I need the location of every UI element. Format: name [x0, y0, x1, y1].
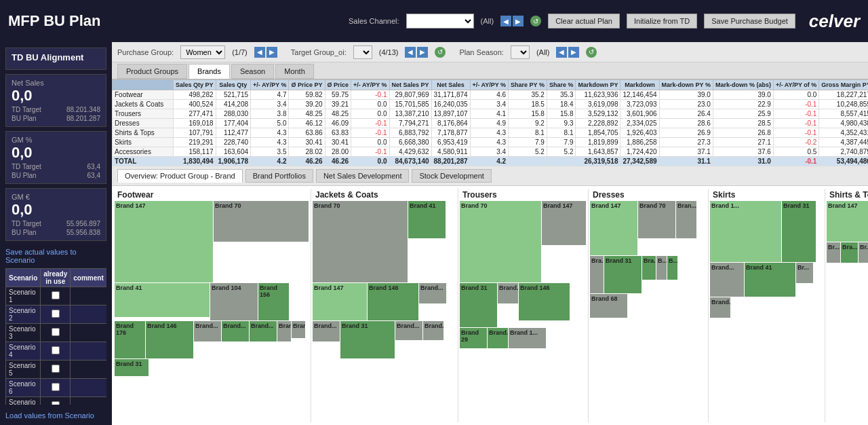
brand-block[interactable]: Brand 1...: [509, 328, 546, 348]
net-sales[interactable]: 88,201,287: [431, 157, 470, 166]
net-sales[interactable]: 16,240,035: [431, 100, 470, 109]
scenario-checkbox[interactable]: [52, 401, 60, 405]
gm-py[interactable]: 4,352,431: [819, 128, 868, 138]
brand-block[interactable]: Brand 147: [313, 283, 367, 320]
ay-py[interactable]: 4.2: [251, 157, 289, 166]
scenario-checkbox[interactable]: [52, 346, 60, 354]
brand-block[interactable]: B...: [656, 256, 667, 280]
brand-block[interactable]: Brand...: [419, 283, 446, 303]
net-ay-py[interactable]: 3.4: [470, 100, 508, 109]
brand-block[interactable]: Br...: [796, 263, 813, 283]
markdown-py[interactable]: 1,643,857: [576, 147, 620, 157]
net-ay-py[interactable]: 4.9: [470, 119, 508, 128]
share-py[interactable]: 18.5: [509, 100, 547, 109]
brand-block[interactable]: Brand 31: [460, 283, 497, 327]
net-ay-py[interactable]: 4.6: [470, 90, 508, 100]
purchase-group-prev[interactable]: ◀: [254, 47, 265, 58]
brand-block[interactable]: Brand 70: [313, 201, 408, 282]
brand-block[interactable]: Brand 70: [214, 201, 309, 242]
mkdown-ay-py[interactable]: 0.0: [773, 90, 818, 100]
mkdown-ay-py[interactable]: 0.5: [773, 147, 818, 157]
net-sales[interactable]: 6,953,419: [431, 138, 470, 147]
price[interactable]: 30.41: [325, 138, 351, 147]
tab-month[interactable]: Month: [275, 64, 314, 79]
load-actual-label[interactable]: Load values from Scenario: [5, 411, 94, 420]
sales-channel-next[interactable]: ▶: [513, 16, 524, 26]
markdown[interactable]: 2,334,025: [620, 119, 659, 128]
net-sales-py[interactable]: 29,807,969: [389, 90, 431, 100]
net-ay-py[interactable]: 3.4: [470, 147, 508, 157]
markdown[interactable]: 1,886,258: [620, 138, 659, 147]
net-sales[interactable]: 31,171,874: [431, 90, 470, 100]
price-py[interactable]: 30.41: [289, 138, 325, 147]
brand-block[interactable]: Brand...: [250, 321, 277, 341]
mkdown-py-pct[interactable]: 23.0: [659, 100, 713, 109]
price-ay-py[interactable]: -0.1: [351, 119, 389, 128]
save-actual-link[interactable]: Save actual values to Scenario: [5, 248, 106, 264]
brand-block[interactable]: Bra...: [590, 256, 604, 293]
brand-block[interactable]: Brand...: [222, 321, 249, 341]
share-py[interactable]: 35.2: [509, 90, 547, 100]
sales-qty-py[interactable]: 498,282: [174, 90, 216, 100]
scenario-checkbox[interactable]: [52, 328, 60, 336]
ay-py[interactable]: 4.7: [251, 90, 289, 100]
mkdown-abs[interactable]: 25.9: [713, 109, 773, 119]
tab-product-groups[interactable]: Product Groups: [117, 64, 187, 79]
price[interactable]: 59.75: [325, 90, 351, 100]
ay-py[interactable]: 3.8: [251, 109, 289, 119]
scenario-in-use[interactable]: [41, 397, 71, 405]
ay-py[interactable]: 4.3: [251, 128, 289, 138]
markdown[interactable]: 3,601,906: [620, 109, 659, 119]
brand-block[interactable]: B...: [667, 256, 677, 280]
brand-block[interactable]: Br...: [859, 242, 868, 263]
bottom-tab-overview[interactable]: Overview: Product Group - Brand: [117, 169, 243, 183]
mkdown-ay-py[interactable]: -0.2: [773, 138, 818, 147]
markdown[interactable]: 1,926,403: [620, 128, 659, 138]
sales-qty[interactable]: 288,030: [216, 109, 251, 119]
markdown-py[interactable]: 1,854,705: [576, 128, 620, 138]
mkdown-py-pct[interactable]: 28.6: [659, 119, 713, 128]
scenario-in-use[interactable]: [41, 379, 71, 397]
sales-qty-py[interactable]: 277,471: [174, 109, 216, 119]
share[interactable]: [547, 157, 576, 166]
price-py[interactable]: 63.86: [289, 128, 325, 138]
brand-block[interactable]: Brand...: [488, 328, 508, 348]
sales-channel-refresh[interactable]: ↺: [530, 16, 541, 26]
net-sales-py[interactable]: 7,794,271: [389, 119, 431, 128]
bottom-tab-net-sales[interactable]: Net Sales Development: [316, 169, 410, 183]
markdown[interactable]: 3,723,093: [620, 100, 659, 109]
price-ay-py[interactable]: -0.1: [351, 128, 389, 138]
initialize-from-td-button[interactable]: Initialize from TD: [627, 14, 697, 29]
brand-block[interactable]: Brand...: [277, 321, 291, 341]
bottom-tab-brand-portfolios[interactable]: Brand Portfolios: [245, 169, 313, 183]
brand-block[interactable]: Brand...: [710, 297, 730, 318]
gm-py[interactable]: 53,494,480: [819, 157, 868, 166]
share-py[interactable]: 9.2: [509, 119, 547, 128]
brand-block[interactable]: Brand...: [710, 263, 744, 297]
price-py[interactable]: 39.20: [289, 100, 325, 109]
ay-py[interactable]: 3.5: [251, 147, 289, 157]
scenario-checkbox[interactable]: [52, 291, 60, 299]
target-group-select[interactable]: [353, 45, 372, 59]
share-py[interactable]: 5.2: [509, 147, 547, 157]
brand-block[interactable]: Bra...: [841, 242, 858, 263]
bottom-tab-stock[interactable]: Stock Development: [412, 169, 491, 183]
markdown-py[interactable]: 11,623,936: [576, 90, 620, 100]
net-sales[interactable]: 13,897,107: [431, 109, 470, 119]
mkdown-abs[interactable]: 37.6: [713, 147, 773, 157]
scenario-in-use[interactable]: [41, 342, 71, 361]
scenario-checkbox[interactable]: [52, 365, 60, 373]
markdown[interactable]: 12,146,454: [620, 90, 659, 100]
brand-block[interactable]: Brand 147: [115, 201, 213, 282]
mkdown-abs[interactable]: 39.0: [713, 90, 773, 100]
mkdown-py-pct[interactable]: 31.1: [659, 157, 713, 166]
mkdown-ay-py[interactable]: -0.1: [773, 128, 818, 138]
load-actual-link[interactable]: Load values from Scenario: [5, 411, 106, 420]
brand-block[interactable]: Brand 70: [460, 201, 541, 282]
price-ay-py[interactable]: -0.1: [351, 90, 389, 100]
brand-block[interactable]: Brand 1...: [710, 201, 781, 262]
price[interactable]: 48.25: [325, 109, 351, 119]
scenario-checkbox[interactable]: [52, 310, 60, 318]
target-group-prev[interactable]: ◀: [405, 47, 416, 58]
ay-py[interactable]: 5.0: [251, 119, 289, 128]
